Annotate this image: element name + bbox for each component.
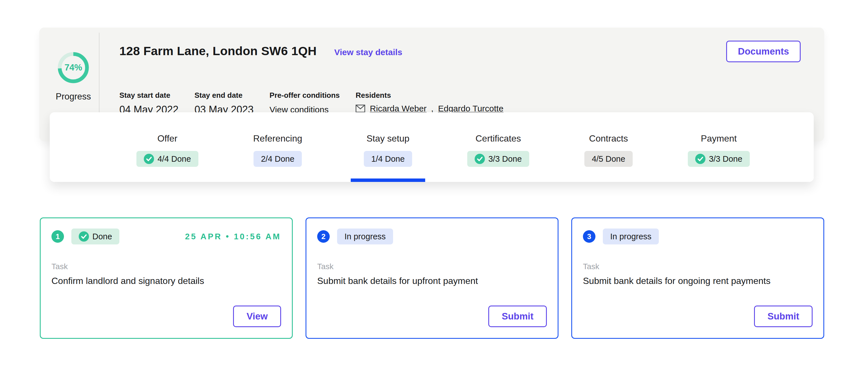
check-circle-icon bbox=[144, 154, 154, 164]
stay-start-label: Stay start date bbox=[119, 91, 179, 100]
stay-details: 128 Farm Lane, London SW6 1QH View stay … bbox=[119, 44, 790, 116]
task-status-badge: Done bbox=[71, 228, 119, 245]
tab-label: Referencing bbox=[253, 133, 302, 144]
task-number-badge: 2 bbox=[317, 230, 330, 243]
task-label: Task bbox=[583, 262, 813, 271]
tab-status-badge: 4/5 Done bbox=[584, 151, 633, 167]
tab-offer[interactable]: Offer 4/4 Done bbox=[112, 112, 222, 182]
stay-end-label: Stay end date bbox=[194, 91, 253, 100]
pre-offer-label: Pre-offer conditions bbox=[270, 91, 340, 100]
task-card-1: 1 Done 25 APR • 10:56 AM Task Confirm la… bbox=[40, 217, 293, 339]
stay-end-field: Stay end date 03 May 2023 bbox=[194, 91, 253, 116]
tab-badge-text: 2/4 Done bbox=[261, 154, 294, 164]
residents-field: Residents Ricarda Weber,Edgardo Turcotte bbox=[355, 91, 503, 116]
task-status-text: In progress bbox=[610, 232, 651, 241]
tab-label: Contracts bbox=[589, 133, 628, 144]
tab-status-badge: 4/4 Done bbox=[136, 151, 198, 167]
progress-percent: 74% bbox=[57, 52, 89, 84]
task-status-text: In progress bbox=[344, 232, 386, 241]
submit-button[interactable]: Submit bbox=[488, 306, 547, 327]
tab-certificates[interactable]: Certificates 3/3 Done bbox=[443, 112, 553, 182]
tab-stay-setup[interactable]: Stay setup 1/4 Done bbox=[333, 112, 443, 182]
tab-referencing[interactable]: Referencing 2/4 Done bbox=[222, 112, 333, 182]
tab-label: Payment bbox=[701, 133, 737, 144]
pre-offer-field: Pre-offer conditions View conditions bbox=[270, 91, 340, 116]
task-title: Submit bank details for upfront payment bbox=[317, 276, 547, 286]
check-circle-icon bbox=[79, 231, 89, 242]
submit-button[interactable]: Submit bbox=[754, 306, 813, 327]
active-tab-indicator bbox=[351, 179, 425, 182]
tab-badge-text: 3/3 Done bbox=[709, 154, 742, 164]
progress-ring: 74% bbox=[57, 52, 89, 84]
task-timestamp: 25 APR • 10:56 AM bbox=[185, 232, 281, 241]
property-address: 128 Farm Lane, London SW6 1QH bbox=[119, 44, 317, 58]
tab-badge-text: 3/3 Done bbox=[488, 154, 522, 164]
documents-button[interactable]: Documents bbox=[726, 41, 801, 62]
task-number-badge: 1 bbox=[52, 230, 64, 243]
tab-contracts[interactable]: Contracts 4/5 Done bbox=[553, 112, 664, 182]
stay-start-field: Stay start date 04 May 2022 bbox=[119, 91, 179, 116]
view-button[interactable]: View bbox=[233, 306, 281, 327]
tab-status-badge: 3/3 Done bbox=[688, 151, 750, 167]
task-status-badge: In progress bbox=[603, 228, 659, 245]
tab-status-badge: 3/3 Done bbox=[467, 151, 529, 167]
task-number-badge: 3 bbox=[583, 230, 595, 243]
progress-caption: Progress bbox=[56, 92, 91, 102]
task-label: Task bbox=[52, 262, 281, 271]
stage-tabs-card: Offer 4/4 Done Referencing 2/4 Done Stay… bbox=[50, 112, 814, 182]
task-card-3: 3 In progress Task Submit bank details f… bbox=[571, 217, 824, 339]
tab-payment[interactable]: Payment 3/3 Done bbox=[664, 112, 774, 182]
task-title: Confirm landlord and signatory details bbox=[52, 276, 281, 286]
residents-label: Residents bbox=[355, 91, 503, 100]
check-circle-icon bbox=[695, 154, 706, 164]
task-title: Submit bank details for ongoing rent pay… bbox=[583, 276, 813, 286]
task-label: Task bbox=[317, 262, 547, 271]
tab-label: Stay setup bbox=[366, 133, 409, 144]
tab-badge-text: 4/5 Done bbox=[592, 154, 625, 164]
tab-status-badge: 1/4 Done bbox=[364, 151, 412, 167]
resident-link[interactable]: Ricarda Weber bbox=[370, 104, 427, 114]
view-stay-details-link[interactable]: View stay details bbox=[334, 47, 402, 57]
stage-tabs: Offer 4/4 Done Referencing 2/4 Done Stay… bbox=[50, 112, 814, 182]
task-card-2: 2 In progress Task Submit bank details f… bbox=[306, 217, 558, 339]
envelope-icon bbox=[355, 104, 365, 113]
resident-link[interactable]: Edgardo Turcotte bbox=[438, 104, 503, 114]
tab-label: Certificates bbox=[475, 133, 521, 144]
task-status-badge: In progress bbox=[337, 228, 393, 245]
tab-badge-text: 1/4 Done bbox=[371, 154, 405, 164]
residents-separator: , bbox=[431, 104, 433, 114]
tab-label: Offer bbox=[157, 133, 178, 144]
task-status-text: Done bbox=[92, 232, 112, 241]
check-circle-icon bbox=[475, 154, 485, 164]
tab-badge-text: 4/4 Done bbox=[157, 154, 191, 164]
tab-status-badge: 2/4 Done bbox=[253, 151, 302, 167]
